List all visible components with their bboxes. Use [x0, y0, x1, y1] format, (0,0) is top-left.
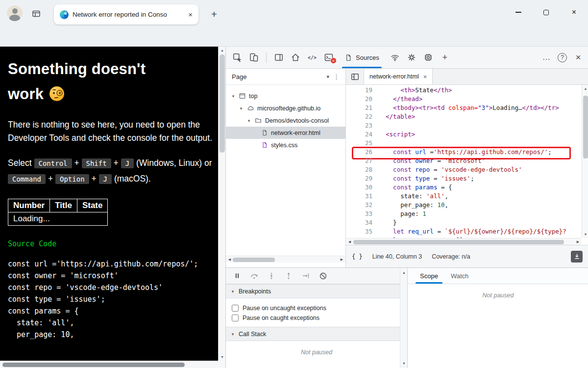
debugger-vertical-scrollbar[interactable]: ▲ ▼ — [400, 268, 407, 368]
pause-caught-exceptions-row[interactable]: Pause on caught exceptions — [226, 313, 407, 323]
call-stack-section-header[interactable]: ▾ Call Stack — [226, 327, 407, 341]
editor-line-19[interactable]: 19 <th>State</th> — [346, 86, 582, 95]
line-number[interactable]: 34 — [346, 218, 372, 227]
scroll-up-icon[interactable]: ▲ — [219, 47, 225, 54]
line-number[interactable]: 29 — [346, 174, 372, 183]
caret-down-icon[interactable]: ▾ — [246, 118, 251, 123]
tab-watch[interactable]: Watch — [444, 268, 475, 284]
pause-icon[interactable] — [232, 270, 243, 281]
close-window-button[interactable]: × — [560, 0, 588, 25]
pretty-print-icon[interactable]: { } — [352, 253, 363, 260]
line-number[interactable]: 28 — [346, 165, 372, 174]
tab-sources[interactable]: Sources — [338, 47, 386, 68]
pause-uncaught-checkbox[interactable] — [232, 305, 239, 312]
memory-chip-icon[interactable] — [421, 50, 436, 65]
tree-item-folder[interactable]: ▾ Demos/devtools-consol — [226, 114, 345, 127]
scroll-down-icon[interactable]: ▼ — [400, 360, 408, 367]
breakpoints-section-header[interactable]: ▾ Breakpoints — [226, 284, 407, 298]
workspaces-icon[interactable] — [29, 7, 43, 20]
scroll-up-icon[interactable]: ▲ — [400, 269, 408, 276]
editor-line-27[interactable]: 27 const owner = 'microsoft' — [346, 157, 582, 165]
console-tab-icon[interactable]: × — [321, 50, 336, 65]
line-number[interactable]: 25 — [346, 139, 372, 148]
caret-down-icon[interactable]: ▾ — [230, 332, 235, 337]
line-number[interactable]: 23 — [346, 121, 372, 130]
line-number[interactable]: 21 — [346, 104, 372, 112]
editor-line-30[interactable]: 30 const params = { — [346, 183, 582, 192]
devtools-menu-icon[interactable]: … — [540, 53, 553, 62]
editor-horizontal-scrollbar[interactable]: ◀ ▶ — [346, 238, 582, 245]
editor-line-22[interactable]: 22 </table> — [346, 112, 582, 121]
minimize-button[interactable] — [504, 0, 532, 25]
more-tabs-button[interactable]: + — [438, 50, 452, 65]
editor-line-32[interactable]: 32 per_page: 10, — [346, 201, 582, 210]
line-number[interactable]: 24 — [346, 130, 372, 139]
pause-caught-checkbox[interactable] — [232, 315, 239, 321]
caret-down-icon[interactable]: ▾ — [239, 106, 244, 111]
line-number[interactable]: 33 — [346, 210, 372, 218]
tree-item-network-error-html[interactable]: network-error.html — [226, 127, 345, 139]
home-tab-icon[interactable] — [288, 50, 303, 65]
editor-line-26[interactable]: 26 const url ='https://api.github.com/re… — [346, 148, 582, 157]
browser-tab[interactable]: Network error reported in Conso × — [54, 4, 198, 25]
inspect-icon[interactable] — [230, 50, 245, 65]
editor-vertical-scrollbar[interactable]: ▲ ▼ — [582, 85, 588, 238]
scrollbar-thumb[interactable] — [220, 54, 225, 153]
line-number[interactable]: 19 — [346, 86, 372, 95]
panel-layout-icon[interactable] — [271, 50, 286, 65]
scrollbar-thumb[interactable] — [233, 258, 275, 262]
chevron-down-icon[interactable]: ▾ — [326, 74, 329, 80]
scrollbar-thumb[interactable] — [353, 240, 564, 244]
editor-code[interactable]: 19 <th>State</th>20 </thead>21 <tbody><t… — [346, 85, 582, 238]
step-over-icon[interactable] — [249, 270, 260, 281]
wifi-icon[interactable] — [388, 50, 402, 65]
tree-item-top[interactable]: ▾ top — [226, 90, 345, 102]
editor-line-31[interactable]: 31 state: 'all', — [346, 192, 582, 201]
step-out-icon[interactable] — [283, 270, 294, 281]
scroll-down-icon[interactable]: ▼ — [219, 353, 225, 361]
line-number[interactable]: 30 — [346, 183, 372, 192]
help-icon[interactable]: ? — [558, 53, 567, 62]
page-vertical-scrollbar[interactable]: ▲ ▼ — [218, 47, 225, 361]
caret-down-icon[interactable]: ▾ — [230, 289, 235, 294]
navigator-page-tab[interactable]: Page — [232, 73, 246, 80]
editor-line-25[interactable]: 25 — [346, 139, 582, 148]
editor-line-20[interactable]: 20 </thead> — [346, 95, 582, 104]
line-number[interactable]: 26 — [346, 148, 372, 157]
toggle-navigator-icon[interactable] — [346, 69, 364, 84]
maximize-button[interactable] — [532, 0, 560, 25]
scroll-left-icon[interactable]: ◀ — [226, 256, 233, 263]
scroll-up-icon[interactable]: ▲ — [582, 85, 588, 92]
line-number[interactable]: 27 — [346, 157, 372, 165]
tab-close-icon[interactable]: × — [188, 10, 193, 19]
download-icon[interactable] — [571, 251, 583, 263]
editor-line-33[interactable]: 33 page: 1 — [346, 210, 582, 218]
tab-scope[interactable]: Scope — [414, 268, 444, 284]
editor-line-23[interactable]: 23 — [346, 121, 582, 130]
editor-line-35[interactable]: 35 let req_url = `${url}/${owner}/${repo… — [346, 227, 582, 236]
profile-avatar[interactable] — [7, 5, 23, 21]
editor-tab-network-error[interactable]: network-error.html × — [364, 69, 433, 84]
scroll-down-icon[interactable]: ▼ — [582, 231, 588, 238]
editor-line-34[interactable]: 34 } — [346, 218, 582, 227]
step-icon[interactable] — [300, 270, 311, 281]
caret-down-icon[interactable]: ▾ — [231, 94, 236, 99]
gear-icon[interactable] — [404, 50, 419, 65]
step-into-icon[interactable] — [266, 270, 277, 281]
editor-line-21[interactable]: 21 <tbody><tr><td colspan="3">Loading…</… — [346, 104, 582, 112]
deactivate-breakpoints-icon[interactable] — [318, 270, 328, 281]
line-number[interactable]: 22 — [346, 112, 372, 121]
navigator-horizontal-scrollbar[interactable]: ◀ ▶ — [226, 256, 345, 263]
editor-line-28[interactable]: 28 const repo = 'vscode-edge-devtools' — [346, 165, 582, 174]
scroll-right-icon[interactable]: ▶ — [338, 256, 345, 263]
tree-item-domain[interactable]: ▾ microsoftedge.github.io — [226, 102, 345, 114]
line-number[interactable]: 20 — [346, 95, 372, 104]
devtools-close-icon[interactable]: × — [572, 52, 585, 63]
new-tab-button[interactable]: + — [208, 8, 220, 20]
line-number[interactable]: 32 — [346, 201, 372, 210]
code-tab-icon[interactable]: </> — [305, 50, 319, 65]
tree-item-styles-css[interactable]: styles.css — [226, 139, 345, 151]
device-emulation-icon[interactable] — [246, 50, 261, 65]
scroll-right-icon[interactable]: ▶ — [574, 238, 582, 245]
pause-uncaught-exceptions-row[interactable]: Pause on uncaught exceptions — [226, 303, 407, 313]
